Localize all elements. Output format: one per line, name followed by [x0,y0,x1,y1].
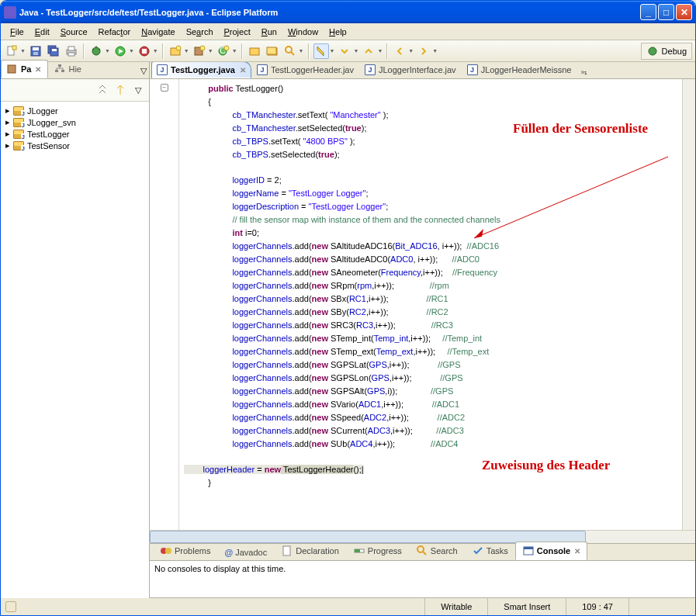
editor-tab-jloggerinterface[interactable]: JJLoggerInterface.jav [359,62,462,78]
menu-navigate[interactable]: Navigate [137,26,179,38]
search-button[interactable] [282,43,298,59]
problems-icon [160,545,172,557]
java-file-icon: J [157,64,168,75]
svg-rect-33 [58,64,61,67]
package-icon [6,63,19,75]
tab-problems[interactable]: Problems [153,542,217,560]
menu-window[interactable]: Window [283,26,323,38]
editor-tab-jloggerheadermeissne[interactable]: JJLoggerHeaderMeissne [462,62,577,78]
view-menu-icon[interactable]: ▽ [138,64,149,78]
java-file-icon: J [257,64,268,75]
app-icon [4,6,16,19]
svg-rect-10 [68,53,74,56]
tab-hierarchy[interactable]: Hie [48,60,88,78]
tab-javadoc[interactable]: @Javadoc [217,545,274,560]
save-all-button[interactable] [46,43,61,59]
vertical-scrollbar[interactable] [682,79,695,530]
close-button[interactable]: ✕ [676,4,692,20]
new-project-button[interactable] [168,43,183,59]
search-icon [416,545,428,557]
window-title: Java - TestLogger/src/de/test/TestLogger… [19,8,640,17]
debug-button[interactable] [88,43,104,59]
perspective-label: Debug [662,47,687,56]
svg-marker-41 [474,229,483,238]
menu-run[interactable]: Run [257,26,282,38]
collapse-all-button[interactable] [95,82,110,98]
status-icon [5,601,16,612]
progress-icon [353,545,365,557]
java-file-icon: J [467,64,478,75]
javadoc-icon: @ [224,548,233,557]
editor-tab-testlogger[interactable]: JTestLogger.java✕ [151,62,251,78]
toggle-mark-button[interactable] [313,43,329,59]
svg-rect-26 [250,48,259,55]
svg-point-20 [176,46,181,50]
menu-search[interactable]: Search [182,26,218,38]
project-icon [13,118,24,127]
back-button[interactable] [392,43,407,59]
svg-point-11 [92,47,100,55]
code-editor[interactable]: Füllen der SensorenlisteZuweisung des He… [179,79,682,530]
status-cursor-position: 109 : 47 [566,598,628,615]
svg-rect-3 [33,47,39,50]
menu-file[interactable]: FFileile [5,26,29,38]
close-icon[interactable]: ✕ [35,65,41,74]
prev-annotation-button[interactable] [361,43,376,59]
status-insert-mode: Smart Insert [487,598,566,615]
menu-edit[interactable]: Edit [30,26,54,38]
svg-line-40 [474,157,668,238]
close-tab-icon[interactable]: ✕ [240,66,246,74]
svg-rect-28 [267,47,276,54]
menu-source[interactable]: Source [56,26,92,38]
svg-rect-32 [8,65,16,73]
console-icon [522,545,535,557]
forward-button[interactable] [416,43,431,59]
editor-tabs-overflow[interactable]: »₁ [577,66,591,78]
svg-rect-35 [61,70,64,72]
perspective-debug[interactable]: Debug [641,43,692,60]
annotation-arrow-icon [466,153,676,246]
new-button[interactable] [4,43,19,59]
next-annotation-button[interactable] [337,43,352,59]
print-button[interactable] [64,43,79,59]
menu-refactor[interactable]: Refactor [94,26,136,38]
tab-progress[interactable]: Progress [346,542,409,560]
new-package-button[interactable] [192,43,207,59]
tab-tasks[interactable]: Tasks [465,542,515,560]
svg-rect-34 [55,70,58,72]
open-task-button[interactable] [265,43,280,59]
editor-tab-testloggerheader[interactable]: JTestLoggerHeader.jav [251,62,359,78]
fold-toggle-icon[interactable]: − [161,84,168,92]
tree-project-item[interactable]: ▸JLogger_svn [5,116,144,128]
ext-tools-button[interactable] [137,43,152,59]
maximize-button[interactable]: □ [658,4,674,20]
tree-project-item[interactable]: ▸JLogger [5,105,144,116]
editor-gutter[interactable]: − [150,79,179,530]
declaration-icon [281,545,293,557]
tab-console[interactable]: Console✕ [515,542,587,560]
tab-declaration[interactable]: Declaration [274,542,346,560]
save-button[interactable] [28,43,43,59]
minimize-button[interactable]: _ [640,4,656,20]
menu-project[interactable]: Project [220,26,255,38]
link-editor-button[interactable] [113,82,128,98]
close-icon[interactable]: ✕ [574,547,580,555]
svg-rect-1 [12,46,16,50]
svg-point-25 [224,46,229,50]
annotation-assign: Zuweisung des Header [482,459,610,472]
java-file-icon: J [365,64,376,75]
filter-button[interactable]: ▽ [130,82,146,98]
tree-project-item[interactable]: ▸TestSensor [5,140,144,151]
debug-icon [646,45,659,57]
svg-rect-7 [52,49,57,51]
menu-help[interactable]: Help [324,26,351,38]
status-bar: Writable Smart Insert 109 : 47 [1,598,695,615]
run-button[interactable] [113,43,128,59]
project-tree[interactable]: ▸JLogger ▸JLogger_svn ▸TestLogger ▸TestS… [1,102,149,598]
tab-package-explorer[interactable]: Pa✕ [1,60,48,78]
bottom-panel: Problems @Javadoc Declaration Progress S… [150,543,695,598]
open-type-button[interactable] [247,43,262,59]
new-class-button[interactable]: C [216,43,231,59]
tree-project-item[interactable]: ▸TestLogger [5,128,144,140]
tab-search[interactable]: Search [409,542,465,560]
